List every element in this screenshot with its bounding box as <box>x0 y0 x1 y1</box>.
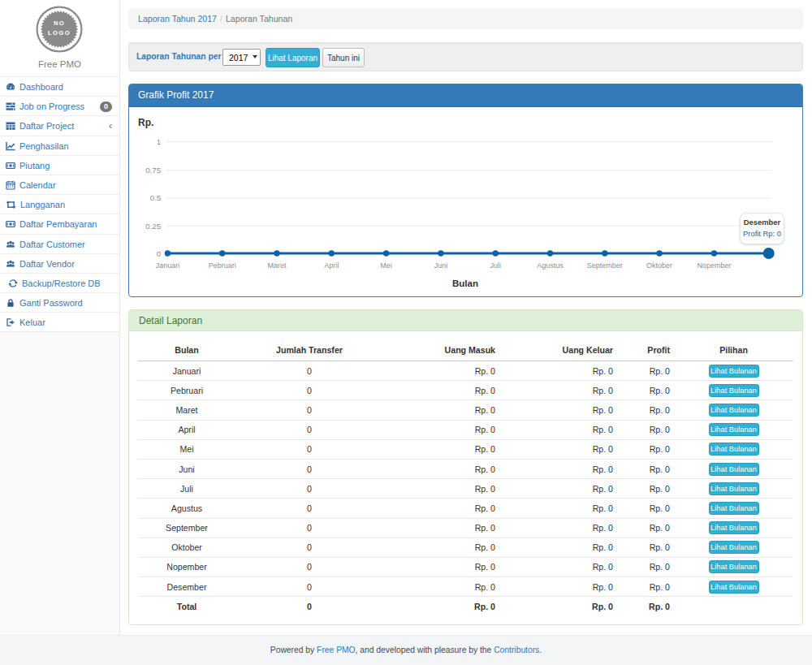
svg-text:Januari: Januari <box>156 261 180 270</box>
svg-text:September: September <box>587 261 623 270</box>
svg-text:0.75: 0.75 <box>145 166 161 175</box>
svg-text:0.25: 0.25 <box>145 222 161 231</box>
svg-text:1: 1 <box>157 137 161 146</box>
svg-text:Pebruari: Pebruari <box>209 261 236 270</box>
svg-text:Rp.: Rp. <box>138 117 153 128</box>
svg-text:0: 0 <box>157 249 161 258</box>
svg-text:NO: NO <box>54 19 65 27</box>
svg-text:Nopember: Nopember <box>697 261 731 270</box>
svg-text:Mei: Mei <box>380 261 392 270</box>
svg-text:April: April <box>324 261 339 270</box>
svg-text:Agustus: Agustus <box>537 261 564 270</box>
svg-text:Bulan: Bulan <box>452 279 478 288</box>
svg-text:Juli: Juli <box>490 261 501 270</box>
svg-text:0.5: 0.5 <box>150 193 161 202</box>
svg-text:Oktober: Oktober <box>646 261 672 270</box>
svg-text:Juni: Juni <box>434 261 448 270</box>
svg-text:LOGO: LOGO <box>48 29 71 37</box>
svg-text:Maret: Maret <box>267 261 287 270</box>
